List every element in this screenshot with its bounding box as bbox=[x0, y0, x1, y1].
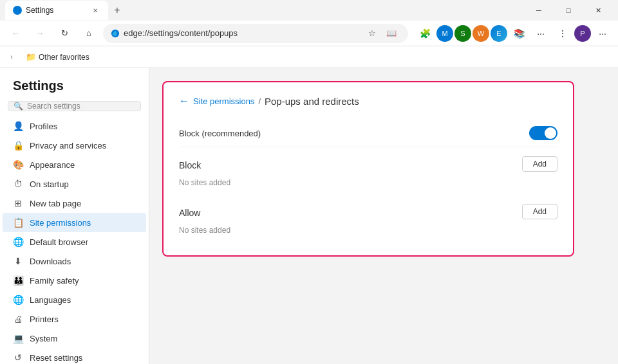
address-bar: ← → ↻ ⌂ edge://settings/content/popups ☆… bbox=[0, 21, 618, 46]
more-menu-button[interactable]: ··· bbox=[592, 23, 613, 44]
favorites-icon[interactable]: ☆ bbox=[363, 24, 381, 42]
sidebar-item-label: Site permissions bbox=[30, 218, 91, 228]
sidebar-item-label: Privacy and services bbox=[30, 141, 106, 150]
tab-favicon bbox=[13, 6, 22, 15]
search-icon: 🔍 bbox=[14, 102, 23, 111]
tab-close-button[interactable]: ✕ bbox=[90, 5, 100, 15]
appearance-icon: 🎨 bbox=[13, 159, 23, 170]
address-text: edge://settings/content/popups bbox=[124, 28, 359, 38]
window-controls: ─ □ ✕ bbox=[524, 0, 613, 21]
reset-icon: ↺ bbox=[13, 352, 23, 363]
address-icons: ☆ 📖 bbox=[363, 24, 400, 42]
sidebar-item-label: Downloads bbox=[30, 257, 71, 266]
breadcrumb-current: Pop-ups and redirects bbox=[265, 96, 359, 107]
breadcrumb: ← Site permissions / Pop-ups and redirec… bbox=[179, 95, 557, 107]
sidebar-item-label: On startup bbox=[30, 179, 69, 189]
new-tab-button[interactable]: + bbox=[108, 1, 126, 19]
edge-logo-icon bbox=[111, 29, 120, 38]
content-area: ← Site permissions / Pop-ups and redirec… bbox=[149, 68, 618, 364]
sidebar-item-sitepermissions[interactable]: 📋 Site permissions bbox=[3, 213, 146, 232]
allow-section-header: Allow Add bbox=[179, 203, 557, 221]
sidebar-item-label: Appearance bbox=[30, 160, 75, 170]
tab-label: Settings bbox=[26, 6, 53, 15]
sidebar-item-defaultbrowser[interactable]: 🌐 Default browser bbox=[3, 232, 146, 251]
startup-icon: ⏱ bbox=[13, 179, 23, 189]
sidebar-item-newtab[interactable]: ⊞ New tab page bbox=[3, 194, 146, 213]
breadcrumb-link[interactable]: Site permissions bbox=[193, 96, 254, 106]
profiles-icon: 👤 bbox=[13, 121, 23, 131]
toolbar-btn-3[interactable]: W bbox=[473, 25, 489, 42]
sidebar-item-languages[interactable]: 🌐 Languages bbox=[3, 290, 146, 309]
block-section-header: Block Add bbox=[179, 155, 557, 173]
sidebar-item-resetsettings[interactable]: ↺ Reset settings bbox=[3, 348, 146, 364]
privacy-icon: 🔒 bbox=[13, 140, 23, 150]
back-button[interactable]: ← bbox=[5, 23, 26, 44]
sidebar-item-familysafety[interactable]: 👪 Family safety bbox=[3, 271, 146, 290]
sidebar-item-label: New tab page bbox=[30, 199, 81, 208]
favorites-folder[interactable]: 📁 Other favorites bbox=[21, 50, 95, 64]
sidebar-item-privacy[interactable]: 🔒 Privacy and services bbox=[3, 136, 146, 155]
sidebar-item-profiles[interactable]: 👤 Profiles bbox=[3, 116, 146, 136]
sidebar-item-label: Profiles bbox=[30, 122, 57, 131]
sidebar-item-appearance[interactable]: 🎨 Appearance bbox=[3, 155, 146, 174]
languages-icon: 🌐 bbox=[13, 295, 23, 305]
sidebar: Settings 🔍 Search settings 👤 Profiles 🔒 … bbox=[0, 68, 149, 364]
block-section: Block Add No sites added bbox=[179, 147, 557, 195]
block-recommended-toggle[interactable] bbox=[529, 126, 557, 140]
toolbar-icons: 🧩 M S W E 📚 ··· ⋮ P ··· bbox=[415, 23, 613, 44]
refresh-button[interactable]: ↻ bbox=[54, 23, 75, 44]
sidebar-item-label: Printers bbox=[30, 314, 59, 324]
breadcrumb-back-button[interactable]: ← bbox=[179, 95, 189, 107]
newtab-icon: ⊞ bbox=[13, 198, 23, 208]
home-button[interactable]: ⌂ bbox=[79, 23, 99, 44]
forward-button[interactable]: → bbox=[30, 23, 50, 44]
maximize-button[interactable]: □ bbox=[554, 0, 583, 21]
main-area: Settings 🔍 Search settings 👤 Profiles 🔒 … bbox=[0, 68, 618, 364]
toolbar-btn-4[interactable]: E bbox=[491, 25, 507, 42]
reading-view-icon[interactable]: 📖 bbox=[382, 24, 400, 42]
search-box[interactable]: 🔍 Search settings bbox=[8, 101, 141, 111]
sidebar-item-label: Family safety bbox=[30, 276, 79, 286]
folder-icon: 📁 bbox=[26, 52, 36, 62]
sidebar-item-printers[interactable]: 🖨 Printers bbox=[3, 309, 146, 329]
printers-icon: 🖨 bbox=[13, 314, 23, 324]
defaultbrowser-icon: 🌐 bbox=[13, 237, 23, 247]
block-recommended-row: Block (recommended) bbox=[179, 120, 557, 147]
allow-empty-text: No sites added bbox=[179, 223, 557, 240]
sidebar-item-label: Default browser bbox=[30, 237, 88, 247]
sitepermissions-icon: 📋 bbox=[13, 217, 23, 228]
block-empty-text: No sites added bbox=[179, 176, 557, 192]
sidebar-item-label: Languages bbox=[30, 295, 71, 305]
content-card: ← Site permissions / Pop-ups and redirec… bbox=[162, 81, 574, 257]
sidebar-item-system[interactable]: 💻 System bbox=[3, 329, 146, 348]
block-recommended-label: Block (recommended) bbox=[179, 129, 261, 138]
favorites-bar: › 📁 Other favorites bbox=[0, 46, 618, 68]
familysafety-icon: 👪 bbox=[13, 275, 23, 286]
address-input-wrap[interactable]: edge://settings/content/popups ☆ 📖 bbox=[103, 24, 408, 43]
sidebar-item-downloads[interactable]: ⬇ Downloads bbox=[3, 251, 146, 271]
allow-section-label: Allow bbox=[179, 203, 200, 221]
close-window-button[interactable]: ✕ bbox=[583, 0, 613, 21]
settings-more-icon[interactable]: ··· bbox=[530, 23, 551, 44]
sidebar-item-label: System bbox=[30, 334, 57, 343]
profile-avatar[interactable]: P bbox=[574, 25, 591, 42]
system-icon: 💻 bbox=[13, 333, 23, 343]
collections-icon[interactable]: 📚 bbox=[509, 23, 529, 44]
tab-strip: Settings ✕ + bbox=[5, 0, 126, 21]
extensions-icon[interactable]: 🧩 bbox=[415, 23, 435, 44]
favorites-chevron[interactable]: › bbox=[5, 51, 18, 64]
immersive-reader-icon[interactable]: ⋮ bbox=[552, 23, 573, 44]
toolbar-btn-1[interactable]: M bbox=[436, 25, 453, 42]
toolbar-btn-2[interactable]: S bbox=[454, 25, 471, 42]
allow-add-button[interactable]: Add bbox=[522, 204, 557, 219]
active-tab[interactable]: Settings ✕ bbox=[5, 1, 108, 20]
sidebar-item-label: Reset settings bbox=[30, 353, 82, 363]
favorites-folder-label: Other favorites bbox=[39, 53, 89, 62]
search-placeholder: Search settings bbox=[27, 102, 80, 111]
minimize-button[interactable]: ─ bbox=[524, 0, 554, 21]
sidebar-item-startup[interactable]: ⏱ On startup bbox=[3, 174, 146, 194]
breadcrumb-separator: / bbox=[258, 96, 261, 106]
downloads-icon: ⬇ bbox=[13, 256, 23, 266]
block-add-button[interactable]: Add bbox=[522, 156, 557, 172]
title-bar: Settings ✕ + ─ □ ✕ bbox=[0, 0, 618, 21]
